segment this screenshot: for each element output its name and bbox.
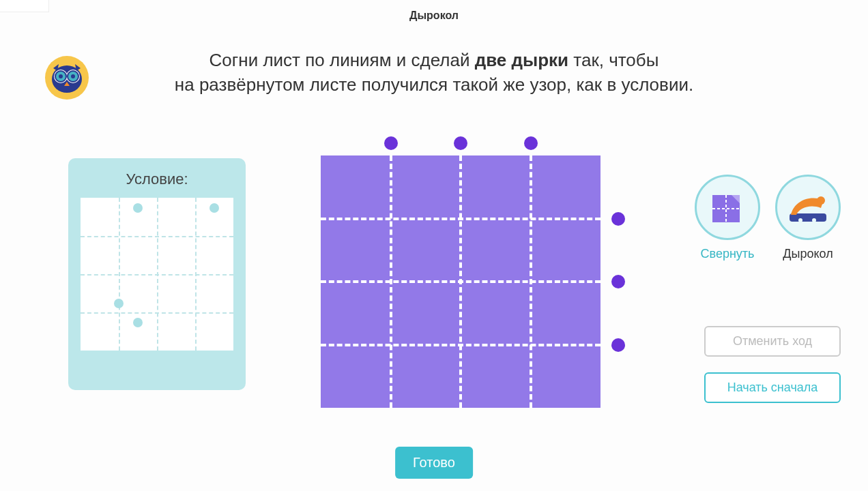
- fold-tool-button[interactable]: [695, 175, 760, 240]
- fold-handle-right[interactable]: [611, 212, 625, 226]
- page-title: Дырокол: [0, 0, 868, 27]
- svg-point-14: [817, 196, 825, 205]
- owl-mascot-icon: [44, 55, 90, 101]
- condition-dot: [133, 318, 143, 327]
- fold-handle-top[interactable]: [524, 136, 538, 150]
- condition-vline: [157, 198, 158, 351]
- condition-dot: [114, 299, 124, 308]
- instruction-text: Согни лист по линиям и сделай две дырки …: [0, 27, 868, 104]
- fold-tool-label: Свернуть: [695, 247, 760, 261]
- svg-point-15: [798, 218, 802, 222]
- fold-handle-right[interactable]: [611, 338, 625, 352]
- condition-vline: [195, 198, 197, 351]
- condition-title: Условие:: [81, 170, 233, 188]
- condition-dot: [133, 203, 143, 213]
- fold-icon: [708, 188, 747, 226]
- paper-fold-line-v[interactable]: [459, 155, 462, 408]
- instruction-line2: на развёрнутом листе получился такой же …: [82, 72, 786, 97]
- paper-fold-line-v[interactable]: [390, 155, 392, 408]
- tool-palette: Свернуть Дырокол: [695, 175, 841, 261]
- svg-point-16: [812, 218, 816, 222]
- fold-handle-right[interactable]: [611, 275, 625, 288]
- svg-point-7: [71, 74, 75, 78]
- instruction-line1-bold: две дырки: [475, 50, 568, 70]
- tab-corner: [0, 0, 49, 12]
- svg-point-6: [59, 74, 63, 78]
- done-button[interactable]: Готово: [395, 447, 473, 479]
- tool-fold: Свернуть: [695, 175, 760, 261]
- paper-fold-line-v[interactable]: [530, 155, 532, 408]
- condition-dot: [209, 203, 219, 213]
- foldable-paper[interactable]: [321, 155, 601, 408]
- fold-handle-top[interactable]: [454, 136, 467, 150]
- paper-area[interactable]: [321, 155, 601, 408]
- punch-tool-label: Дырокол: [775, 247, 841, 261]
- condition-vline: [119, 198, 120, 351]
- hole-punch-icon: [787, 190, 829, 224]
- tool-punch: Дырокол: [775, 175, 841, 261]
- undo-button[interactable]: Отменить ход: [704, 326, 841, 357]
- condition-panel: Условие:: [68, 158, 246, 390]
- punch-tool-button[interactable]: [775, 175, 841, 240]
- instruction-line1-post: так, чтобы: [568, 50, 659, 70]
- fold-handle-top[interactable]: [384, 136, 398, 150]
- condition-grid: [81, 198, 233, 351]
- instruction-line1-pre: Согни лист по линиям и сделай: [209, 50, 475, 70]
- restart-button[interactable]: Начать сначала: [704, 372, 841, 403]
